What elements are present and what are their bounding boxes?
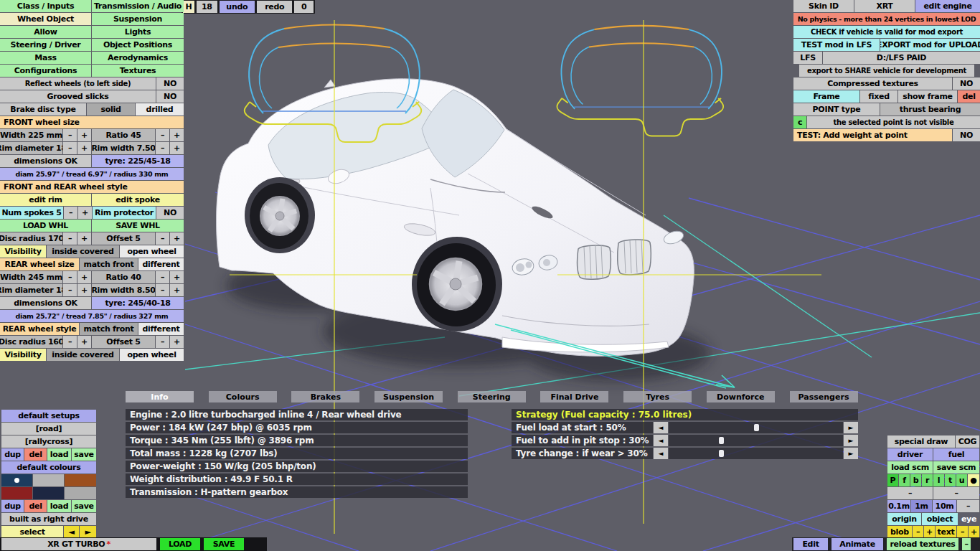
text-button[interactable]: text — [936, 526, 956, 538]
redo-button[interactable]: redo — [257, 1, 292, 13]
del-button[interactable]: del — [24, 448, 47, 461]
cell-button[interactable]: + — [77, 284, 91, 296]
cell-button[interactable]: + — [77, 232, 91, 245]
0-button[interactable]: 0 — [294, 1, 314, 13]
colour-swatch[interactable] — [1, 474, 32, 486]
menu-mass[interactable]: Mass — [0, 52, 91, 64]
load-whl-button[interactable]: LOAD WHL — [0, 220, 91, 232]
select-button[interactable]: select — [1, 526, 63, 538]
slider-left-arrow[interactable]: ◄ — [654, 448, 668, 459]
load-button[interactable]: load — [47, 500, 71, 512]
load-scm-button[interactable]: load scm — [887, 461, 933, 474]
cell-button[interactable]: – — [957, 500, 979, 512]
check-if-vehicle-is-valid-for-mod-export-button[interactable]: CHECK if vehicle is valid for mod export — [793, 26, 980, 38]
show-frame-button[interactable]: show frame — [898, 90, 957, 103]
load-button[interactable]: LOAD — [160, 538, 200, 550]
cell-button[interactable]: + — [77, 271, 91, 283]
cell-button[interactable]: – — [156, 271, 169, 283]
colour-swatch[interactable] — [33, 474, 64, 486]
cell-button[interactable]: + — [77, 142, 91, 154]
built-as-right-drive-button[interactable]: built as right drive — [1, 513, 96, 525]
edit-rim-button[interactable]: edit rim — [0, 194, 91, 206]
cell-button[interactable]: – — [156, 232, 169, 245]
cell-button[interactable]: ► — [80, 526, 96, 538]
0-1m-button[interactable]: 0.1m — [887, 500, 910, 512]
eye-button[interactable]: eye — [958, 513, 979, 525]
cell-button[interactable]: – — [887, 487, 933, 499]
cell-button[interactable]: – — [156, 336, 169, 348]
tab-steering[interactable]: Steering — [458, 391, 526, 402]
edit-spoke-button[interactable]: edit spoke — [92, 194, 184, 206]
cell-button[interactable]: – — [63, 129, 77, 141]
test-mod-in-lfs-button[interactable]: TEST mod in LFS — [793, 39, 880, 51]
1m-button[interactable]: 1m — [911, 500, 932, 512]
10m-button[interactable]: 10m — [933, 500, 956, 512]
car-model[interactable] — [217, 79, 694, 357]
menu-allow[interactable]: Allow — [0, 26, 91, 38]
undo-button[interactable]: undo — [220, 1, 255, 13]
menu-steering-driver[interactable]: Steering / Driver — [0, 39, 91, 51]
fuel-button[interactable]: fuel — [933, 448, 979, 461]
dup-button[interactable]: dup — [1, 500, 24, 512]
slider-right-arrow[interactable]: ► — [844, 422, 858, 433]
dup-button[interactable]: dup — [1, 448, 24, 461]
xrt-button[interactable]: XRT — [854, 0, 915, 12]
f-button[interactable]: f — [899, 474, 910, 486]
cell-button[interactable]: ● — [968, 474, 979, 486]
del-button[interactable]: del — [24, 500, 47, 512]
tab-passengers[interactable]: Passengers — [790, 391, 858, 402]
fixed-button[interactable]: fixed — [860, 90, 897, 103]
cell-button[interactable]: – — [64, 207, 77, 219]
h-button[interactable]: H — [183, 1, 194, 13]
tab-downforce[interactable]: Downforce — [707, 391, 775, 402]
slider-left-arrow[interactable]: ◄ — [654, 422, 668, 433]
colour-swatch[interactable] — [1, 487, 32, 499]
no-button[interactable]: NO — [953, 129, 980, 141]
slider-track[interactable] — [669, 448, 843, 459]
slider-right-arrow[interactable]: ► — [844, 448, 858, 459]
different-button[interactable]: different — [138, 323, 184, 335]
menu-object-positions[interactable]: Object Positions — [92, 39, 184, 51]
tab-info[interactable]: Info — [126, 391, 194, 402]
open-wheel-button[interactable]: open wheel — [120, 349, 184, 361]
18-button[interactable]: 18 — [197, 1, 217, 13]
del-button[interactable]: del — [958, 90, 980, 103]
save-scm-button[interactable]: save scm — [933, 461, 979, 474]
cell-button[interactable]: – — [962, 538, 971, 550]
tab-suspension[interactable]: Suspension — [374, 391, 443, 402]
inside-covered-button[interactable]: inside covered — [47, 245, 119, 258]
cell-button[interactable]: + — [170, 271, 184, 283]
solid-button[interactable]: solid — [87, 103, 135, 116]
colour-swatch[interactable] — [33, 487, 64, 499]
tab-tyres[interactable]: Tyres — [623, 391, 692, 402]
skin-id-button[interactable]: Skin ID — [793, 0, 854, 12]
menu-transmission-audio[interactable]: Transmission / Audio — [92, 0, 184, 12]
t-button[interactable]: t — [945, 474, 956, 486]
slider-thumb[interactable] — [719, 450, 724, 457]
drilled-button[interactable]: drilled — [136, 103, 184, 116]
save-button[interactable]: save — [72, 448, 96, 461]
cell-button[interactable]: + — [924, 526, 935, 538]
vehicle-name-button[interactable]: XR GT TURBO* — [1, 538, 156, 550]
different-button[interactable]: different — [138, 258, 184, 270]
front-wheel[interactable] — [412, 237, 502, 331]
cell-button[interactable]: – — [63, 232, 77, 245]
special-draw-button[interactable]: special draw — [887, 435, 955, 448]
export-mod-for-upload-button[interactable]: EXPORT mod for UPLOAD — [880, 39, 980, 51]
slider-track[interactable] — [669, 422, 843, 433]
driver-button[interactable]: driver — [887, 448, 933, 461]
export-to-share-vehicle-for-development-button[interactable]: export to SHARE vehicle for development — [799, 65, 974, 77]
animate-button[interactable]: Animate — [831, 538, 883, 550]
slider-right-arrow[interactable]: ► — [844, 435, 858, 446]
slider-track[interactable] — [669, 435, 843, 446]
cell-button[interactable]: + — [170, 284, 184, 296]
cell-button[interactable]: + — [170, 232, 184, 245]
menu-wheel-object[interactable]: Wheel Object — [0, 13, 91, 25]
lfs-button[interactable]: LFS — [793, 52, 822, 64]
cell-button[interactable]: – — [156, 142, 169, 154]
rallycross-button[interactable]: [rallycross] — [1, 435, 96, 448]
thrust-bearing-button[interactable]: thrust bearing — [880, 103, 980, 116]
b-button[interactable]: b — [910, 474, 921, 486]
no-button[interactable]: NO — [156, 207, 184, 219]
no-button[interactable]: NO — [156, 77, 184, 90]
